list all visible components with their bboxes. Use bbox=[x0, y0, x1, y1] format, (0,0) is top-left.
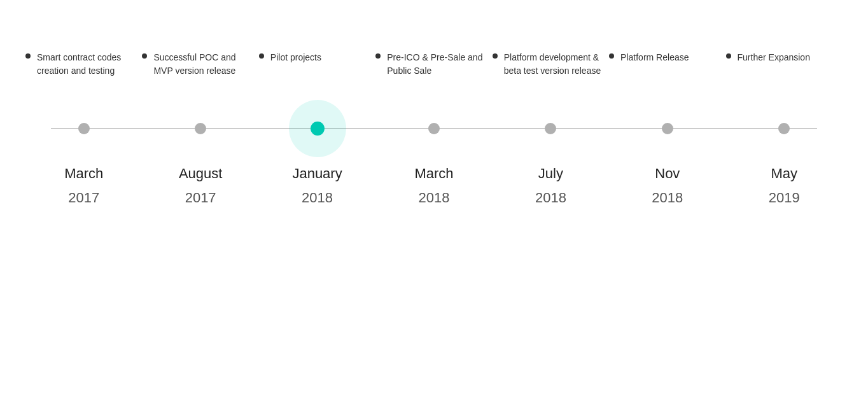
year-label: 2018 bbox=[493, 190, 609, 206]
node-wrapper bbox=[726, 123, 843, 134]
label-item: Pilot projects bbox=[259, 51, 375, 64]
bullet-icon bbox=[375, 53, 381, 59]
month-label: May bbox=[726, 165, 843, 182]
month-label: January bbox=[259, 165, 375, 182]
month-label: August bbox=[142, 165, 258, 182]
months-row: MarchAugustJanuaryMarchJulyNovMay bbox=[25, 165, 843, 182]
milestone-label: Successful POC and MVP version release bbox=[153, 51, 252, 78]
node-dot bbox=[545, 123, 556, 134]
year-label: 2018 bbox=[609, 190, 725, 206]
year-label: 2019 bbox=[726, 190, 843, 206]
month-label: March bbox=[25, 165, 142, 182]
active-node bbox=[311, 122, 325, 136]
node-dot bbox=[195, 123, 206, 134]
roadmap-container: Smart contract codes creation and testin… bbox=[25, 51, 843, 206]
bullet-icon bbox=[142, 53, 147, 59]
label-item: Platform Release bbox=[609, 51, 725, 64]
node-dot bbox=[78, 123, 90, 134]
bullet-icon bbox=[609, 53, 614, 59]
label-item: Platform development & beta test version… bbox=[493, 51, 609, 78]
year-label: 2017 bbox=[142, 190, 258, 206]
node-dot bbox=[428, 123, 440, 134]
milestone-label: Platform development & beta test version… bbox=[504, 51, 603, 78]
node-wrapper bbox=[375, 123, 492, 134]
node-wrapper bbox=[25, 123, 142, 134]
milestone-label: Smart contract codes creation and testin… bbox=[37, 51, 136, 78]
month-label: July bbox=[493, 165, 609, 182]
node-wrapper bbox=[493, 123, 609, 134]
page: Smart contract codes creation and testin… bbox=[0, 0, 868, 420]
nodes-row bbox=[25, 122, 843, 136]
year-label: 2018 bbox=[375, 190, 492, 206]
milestone-label: Pre-ICO & Pre-Sale and Public Sale bbox=[387, 51, 486, 78]
label-item: Pre-ICO & Pre-Sale and Public Sale bbox=[375, 51, 492, 78]
bullet-icon bbox=[726, 53, 731, 59]
label-item: Successful POC and MVP version release bbox=[142, 51, 258, 78]
year-label: 2018 bbox=[259, 190, 375, 206]
bullet-icon bbox=[259, 53, 264, 59]
node-dot bbox=[778, 123, 790, 134]
label-item: Further Expansion bbox=[726, 51, 843, 64]
year-label: 2017 bbox=[25, 190, 142, 206]
timeline-row bbox=[25, 97, 843, 160]
labels-row: Smart contract codes creation and testin… bbox=[25, 51, 843, 78]
node-wrapper bbox=[259, 122, 375, 136]
milestone-label: Platform Release bbox=[620, 51, 689, 64]
milestone-label: Further Expansion bbox=[738, 51, 810, 64]
bullet-icon bbox=[25, 53, 31, 59]
month-label: March bbox=[375, 165, 492, 182]
bullet-icon bbox=[493, 53, 498, 59]
years-row: 2017201720182018201820182019 bbox=[25, 187, 843, 206]
month-label: Nov bbox=[609, 165, 725, 182]
node-wrapper bbox=[609, 123, 725, 134]
milestone-label: Pilot projects bbox=[270, 51, 321, 64]
label-item: Smart contract codes creation and testin… bbox=[25, 51, 142, 78]
node-wrapper bbox=[142, 123, 258, 134]
node-dot bbox=[662, 123, 673, 134]
